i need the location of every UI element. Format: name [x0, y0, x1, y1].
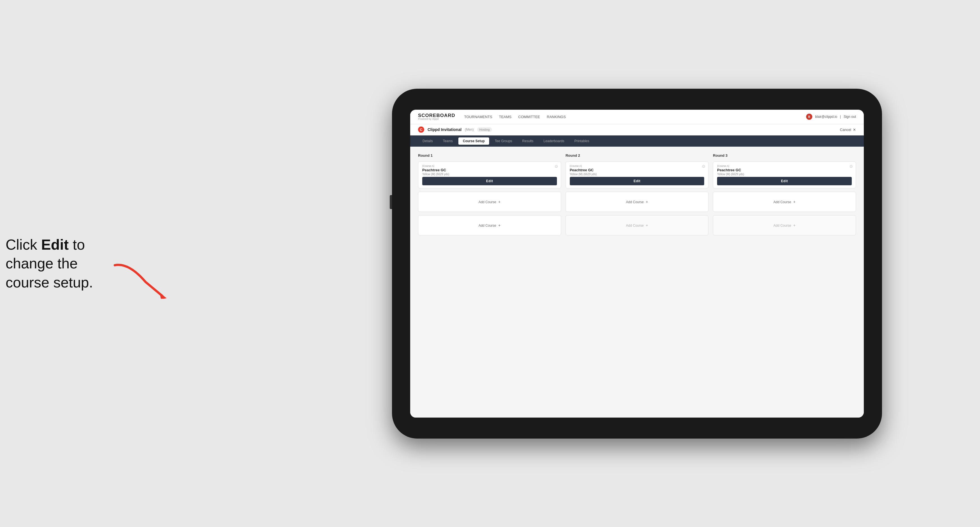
round-3-add-plus-1: +	[793, 200, 795, 204]
round-2-course-label: (Course A)	[570, 165, 705, 167]
svg-marker-0	[160, 292, 167, 298]
nav-left: SCOREBOARD Powered by clippd TOURNAMENTS…	[418, 113, 566, 121]
round-1-course-card: ⊙ (Course A) Peachtree GC Yellow (M) (66…	[418, 162, 561, 188]
tab-teams[interactable]: Teams	[439, 137, 457, 145]
cancel-button[interactable]: Cancel ✕	[840, 128, 856, 132]
nav-teams[interactable]: TEAMS	[499, 114, 512, 120]
round-3-add-course-2-label: Add Course +	[773, 223, 795, 227]
annotation-line1: Click	[6, 236, 41, 252]
round-1-add-course-2[interactable]: Add Course +	[418, 215, 561, 235]
round-2-delete-icon[interactable]: ⊙	[702, 164, 705, 168]
arrow-svg	[107, 259, 168, 298]
round-2-course-name: Peachtree GC	[570, 168, 705, 172]
round-3-edit-button[interactable]: Edit	[717, 177, 852, 185]
round-3-course-card: ⊙ (Course A) Peachtree GC Yellow (M) (66…	[713, 162, 856, 188]
top-nav: SCOREBOARD Powered by clippd TOURNAMENTS…	[410, 110, 864, 124]
round-1-column: Round 1 ⊙ (Course A) Peachtree GC Yellow…	[418, 153, 561, 238]
round-1-add-course-2-label: Add Course +	[479, 223, 501, 227]
tab-leaderboards[interactable]: Leaderboards	[539, 137, 569, 145]
main-content: Round 1 ⊙ (Course A) Peachtree GC Yellow…	[410, 147, 864, 417]
round-1-add-plus-2: +	[498, 223, 501, 227]
tab-printables[interactable]: Printables	[570, 137, 593, 145]
round-3-add-course-2: Add Course +	[713, 215, 856, 235]
tab-details[interactable]: Details	[418, 137, 438, 145]
round-2-course-card: ⊙ (Course A) Peachtree GC Yellow (M) (66…	[566, 162, 709, 188]
round-1-edit-button[interactable]: Edit	[422, 177, 557, 185]
arrow-annotation	[107, 259, 168, 300]
hosting-left: C Clippd Invitational (Men) Hosting	[418, 127, 492, 133]
round-2-add-course-2: Add Course +	[566, 215, 709, 235]
brand-name: SCOREBOARD	[418, 113, 455, 118]
tablet-screen: SCOREBOARD Powered by clippd TOURNAMENTS…	[410, 110, 864, 417]
round-3-course-label: (Course A)	[717, 165, 852, 167]
round-3-column: Round 3 ⊙ (Course A) Peachtree GC Yellow…	[713, 153, 856, 238]
round-3-add-plus-2: +	[793, 223, 795, 227]
tab-tee-groups[interactable]: Tee Groups	[490, 137, 517, 145]
round-1-add-course-1-label: Add Course +	[479, 200, 501, 204]
cancel-label: Cancel	[840, 128, 851, 132]
tab-course-setup[interactable]: Course Setup	[458, 137, 489, 145]
round-3-add-course-1-label: Add Course +	[773, 200, 795, 204]
sign-out-link[interactable]: Sign out	[844, 115, 856, 119]
round-1-title: Round 1	[418, 153, 561, 157]
round-2-course-details: Yellow (M) (6629 yds)	[570, 173, 705, 176]
hosting-bar: C Clippd Invitational (Men) Hosting Canc…	[410, 124, 864, 135]
user-avatar: B	[806, 114, 812, 120]
annotation-bold: Edit	[41, 236, 68, 252]
rounds-container: Round 1 ⊙ (Course A) Peachtree GC Yellow…	[418, 153, 856, 238]
tab-bar: Details Teams Course Setup Tee Groups Re…	[410, 135, 864, 147]
round-2-add-course-1-label: Add Course +	[626, 200, 648, 204]
nav-separator: |	[840, 115, 841, 119]
nav-right: B blair@clippd.io | Sign out	[806, 114, 856, 120]
round-1-add-course-1[interactable]: Add Course +	[418, 192, 561, 212]
nav-committee[interactable]: COMMITTEE	[518, 114, 540, 120]
round-1-course-name: Peachtree GC	[422, 168, 557, 172]
round-2-title: Round 2	[566, 153, 709, 157]
round-3-title: Round 3	[713, 153, 856, 157]
clippd-logo: C	[418, 127, 424, 133]
cancel-icon: ✕	[853, 128, 856, 132]
nav-rankings[interactable]: RANKINGS	[547, 114, 566, 120]
nav-tournaments[interactable]: TOURNAMENTS	[464, 114, 492, 120]
round-1-course-label: (Course A)	[422, 165, 557, 167]
powered-by: Powered by clippd	[418, 118, 455, 121]
round-1-delete-icon[interactable]: ⊙	[555, 164, 558, 168]
round-2-edit-button[interactable]: Edit	[570, 177, 705, 185]
tournament-name: Clippd Invitational	[428, 127, 461, 132]
tablet-frame: SCOREBOARD Powered by clippd TOURNAMENTS…	[392, 89, 882, 438]
round-2-add-course-2-label: Add Course +	[626, 223, 648, 227]
hosting-badge: Hosting	[477, 127, 492, 132]
round-2-add-plus-2: +	[646, 223, 648, 227]
round-1-add-plus-1: +	[498, 200, 501, 204]
round-3-delete-icon[interactable]: ⊙	[850, 164, 853, 168]
tab-results[interactable]: Results	[518, 137, 538, 145]
round-2-add-course-1[interactable]: Add Course +	[566, 192, 709, 212]
round-3-course-name: Peachtree GC	[717, 168, 852, 172]
user-email: blair@clippd.io	[815, 115, 837, 119]
nav-links: TOURNAMENTS TEAMS COMMITTEE RANKINGS	[464, 114, 566, 120]
round-2-add-plus-1: +	[646, 200, 648, 204]
round-2-column: Round 2 ⊙ (Course A) Peachtree GC Yellow…	[566, 153, 709, 238]
annotation-text: Click Edit tochange thecourse setup.	[6, 235, 93, 292]
tablet-side-button	[390, 195, 392, 209]
round-3-add-course-1[interactable]: Add Course +	[713, 192, 856, 212]
tournament-gender: (Men)	[465, 128, 474, 132]
round-3-course-details: Yellow (M) (6629 yds)	[717, 173, 852, 176]
round-1-course-details: Yellow (M) (6629 yds)	[422, 173, 557, 176]
scoreboard-logo: SCOREBOARD Powered by clippd	[418, 113, 455, 121]
